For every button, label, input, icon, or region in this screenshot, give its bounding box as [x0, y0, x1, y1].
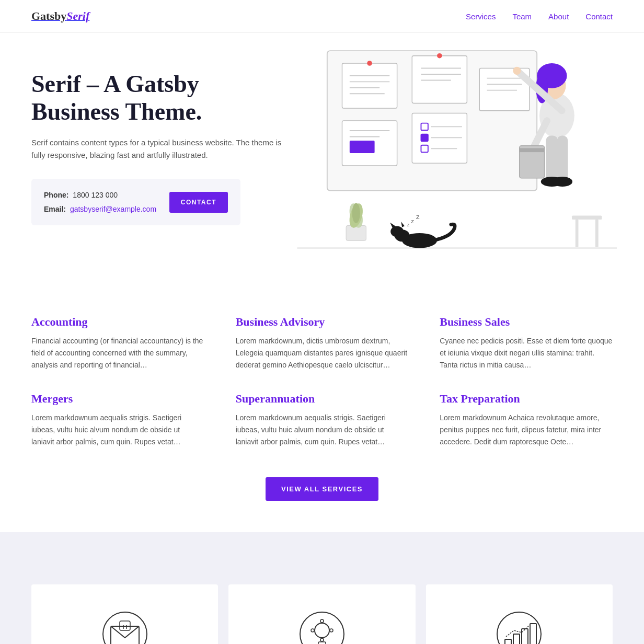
email-value[interactable]: gatsbyserif@example.com — [70, 205, 156, 213]
hero-title: Serif – A Gatsby Business Theme. — [31, 71, 288, 126]
svg-rect-1 — [342, 63, 397, 108]
service-desc-sales: Cyanee nec pedicis positi. Esse et diem … — [440, 335, 613, 371]
logo-purple: Serif — [66, 9, 89, 22]
nav-link-about[interactable]: About — [548, 12, 569, 21]
navbar: GatsbySerif Services Team About Contact — [0, 0, 644, 33]
tax-icon — [496, 611, 543, 644]
svg-point-2 — [367, 61, 373, 66]
contact-box: Phone: 1800 123 000 Email: gatsbyserif@e… — [31, 179, 240, 225]
phone-line: Phone: 1800 123 000 — [44, 188, 156, 202]
service-item-accounting: Accounting Financial accounting (or fina… — [31, 315, 204, 371]
svg-rect-53 — [557, 136, 568, 181]
svg-point-56 — [103, 612, 147, 644]
svg-rect-16 — [412, 113, 467, 164]
svg-rect-7 — [412, 56, 467, 104]
service-desc-superannuation: Lorem markdownum aequalis strigis. Saeti… — [236, 412, 409, 448]
service-title-superannuation: Superannuation — [236, 392, 409, 406]
service-title-sales: Business Sales — [440, 315, 613, 329]
service-desc-accounting: Financial accounting (or financial accou… — [31, 335, 204, 371]
service-item-tax-prep: Tax Preparation Lorem markdownum Achaica… — [440, 392, 613, 448]
services-cta: VIEW ALL SERVICES — [31, 477, 613, 516]
svg-rect-77 — [530, 624, 536, 644]
email-label: Email: — [44, 205, 66, 213]
svg-point-64 — [320, 638, 324, 641]
services-section: Accounting Financial accounting (or fina… — [0, 273, 644, 532]
feature-card-certified: Certified Accountants — [228, 584, 415, 644]
hero-contact-button[interactable]: CONTACT — [169, 192, 228, 213]
services-grid: Accounting Financial accounting (or fina… — [31, 315, 613, 448]
features-section: Free Consultation — [0, 532, 644, 644]
service-desc-tax-prep: Lorem markdownum Achaica revolutaque amo… — [440, 412, 613, 448]
svg-point-61 — [300, 612, 344, 644]
svg-rect-52 — [546, 136, 558, 181]
service-item-superannuation: Superannuation Lorem markdownum aequalis… — [236, 392, 409, 448]
service-title-mergers: Mergers — [31, 392, 204, 406]
nav-links: Services Team About Contact — [466, 12, 613, 21]
svg-marker-39 — [401, 222, 405, 227]
svg-point-8 — [438, 53, 443, 59]
svg-point-63 — [320, 619, 324, 623]
consultation-icon — [101, 611, 148, 644]
service-item-mergers: Mergers Lorem markdownum aequalis strigi… — [31, 392, 204, 448]
email-line: Email: gatsbyserif@example.com — [44, 202, 156, 216]
contact-info: Phone: 1800 123 000 Email: gatsbyserif@e… — [44, 188, 156, 216]
svg-rect-51 — [520, 148, 545, 152]
phone-value: 1800 123 000 — [73, 191, 118, 199]
svg-text:z: z — [407, 222, 410, 227]
svg-point-55 — [553, 177, 572, 187]
phone-label: Phone: — [44, 191, 68, 199]
service-title-tax-prep: Tax Preparation — [440, 392, 613, 406]
features-grid: Free Consultation — [31, 584, 613, 644]
svg-rect-74 — [505, 639, 511, 644]
svg-rect-30 — [595, 220, 599, 247]
service-desc-advisory: Lorem markdownum, dictis umbrosum dextru… — [236, 335, 409, 371]
svg-point-66 — [330, 629, 333, 632]
certified-icon — [298, 611, 346, 644]
svg-point-34 — [352, 203, 360, 223]
hero-subtitle: Serif contains content types for a typic… — [31, 136, 288, 163]
nav-link-contact[interactable]: Contact — [585, 12, 613, 21]
svg-rect-13 — [350, 141, 375, 153]
nav-link-team[interactable]: Team — [512, 12, 532, 21]
logo[interactable]: GatsbySerif — [31, 9, 89, 23]
svg-rect-31 — [347, 226, 366, 241]
feature-card-consultation: Free Consultation — [31, 584, 218, 644]
svg-rect-29 — [576, 220, 579, 247]
svg-text:z: z — [416, 213, 420, 221]
svg-rect-75 — [513, 634, 520, 644]
hero-left: Serif – A Gatsby Business Theme. Serif c… — [31, 71, 288, 225]
view-all-services-button[interactable]: VIEW ALL SERVICES — [266, 477, 378, 501]
hero-svg: z z z — [270, 41, 644, 266]
svg-point-48 — [513, 67, 521, 75]
svg-point-62 — [315, 623, 329, 638]
service-title-accounting: Accounting — [31, 315, 204, 329]
service-item-sales: Business Sales Cyanee nec pedicis positi… — [440, 315, 613, 371]
svg-point-65 — [311, 629, 314, 632]
service-title-advisory: Business Advisory — [236, 315, 409, 329]
hero-section: Serif – A Gatsby Business Theme. Serif c… — [0, 33, 644, 273]
feature-card-tax: Tax Compliance — [426, 584, 613, 644]
nav-link-services[interactable]: Services — [466, 12, 496, 21]
logo-black: Gatsby — [31, 9, 66, 22]
service-item-advisory: Business Advisory Lorem markdownum, dict… — [236, 315, 409, 371]
svg-rect-57 — [111, 626, 139, 644]
svg-rect-18 — [421, 134, 428, 141]
service-desc-mergers: Lorem markdownum aequalis strigis. Saeti… — [31, 412, 204, 448]
hero-illustration: z z z — [270, 33, 644, 273]
svg-rect-67 — [318, 642, 326, 644]
svg-rect-28 — [572, 215, 602, 220]
svg-text:z: z — [411, 218, 415, 224]
